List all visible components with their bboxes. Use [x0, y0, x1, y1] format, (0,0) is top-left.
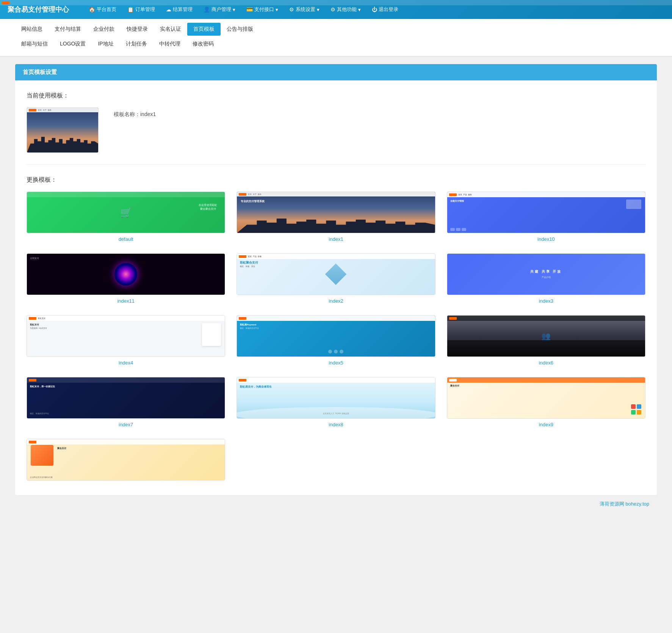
template-label-index2[interactable]: index2	[329, 298, 343, 304]
subnav-home-template[interactable]: 首页模板	[187, 23, 221, 36]
template-nav-links: 首页关于服务	[38, 109, 52, 111]
nav-other[interactable]: ⚙ 其他功能 ▾	[326, 4, 365, 15]
template-subtitle: 稳定、快速、安全	[240, 265, 255, 267]
subnav-notice[interactable]: 公告与排版	[221, 23, 259, 36]
cart-icon: 🛒	[120, 207, 132, 218]
template-item-index11[interactable]: 元明支付 index11	[27, 253, 225, 304]
template-label-index1[interactable]: index1	[329, 236, 343, 242]
template-thumb-extra: 聚合支付 企业商业支付合作解决方案	[27, 439, 225, 481]
template-title: 彩虹易支付，为商业者而生	[240, 385, 272, 389]
watermark: 薄荷资源网 bohezy.top	[15, 495, 657, 509]
template-title-text: 彩虹易Payment	[240, 323, 256, 327]
nav-sysconfig[interactable]: ⚙ 系统设置 ▾	[285, 4, 324, 15]
current-template-name: 模板名称：index1	[114, 111, 156, 117]
template-label-index3[interactable]: index3	[539, 298, 553, 304]
gear-icon: ⚙	[289, 6, 294, 13]
nav-merchant[interactable]: 👤 商户管理 ▾	[199, 4, 240, 15]
share-text: 共建 共享 开放	[530, 269, 562, 274]
subnav-email-sms[interactable]: 邮箱与短信	[15, 38, 54, 50]
subnav-change-pwd[interactable]: 修改密码	[186, 38, 220, 50]
template-item-index8[interactable]: 彩虹易支付，为商业者而生 全支持无人工 7X24H 在线运营 index8	[237, 377, 435, 427]
template-logo	[239, 255, 246, 258]
subnav-ip[interactable]: IP地址	[92, 38, 119, 50]
template-item-index10[interactable]: 首页产品服务 全能支付情报	[447, 192, 645, 242]
template-label-index8[interactable]: index8	[329, 422, 343, 427]
chevron-down-icon: ▾	[317, 7, 320, 13]
template-thumb-index9: 聚合支付	[447, 377, 645, 419]
subnav-quick-login[interactable]: 快捷登录	[121, 23, 154, 36]
promo-text: 在这里使用彩虹聚合聚合支付	[199, 203, 217, 211]
subnav-real-name[interactable]: 实名认证	[154, 23, 187, 36]
template-item-index1[interactable]: 首页关于服务 专业的支付管理系统 index1	[237, 192, 435, 242]
change-template-section: 更换模板： 🛒 在这里使用彩虹聚合聚合支付 default	[27, 176, 645, 484]
template-logo	[239, 317, 246, 320]
subnav-pay-settle[interactable]: 支付与结算	[49, 23, 87, 36]
template-label-index6[interactable]: index6	[539, 360, 553, 366]
template-icons	[237, 350, 435, 353]
template-item-index4[interactable]: 彩虹支付 彩虹支付 为您提供一站式支付 index4	[27, 315, 225, 366]
template-item-index7[interactable]: 彩虹支付，用一次就记住 稳定、快速的支付平台 index7	[27, 377, 225, 427]
template-footer-text: 全支持无人工 7X24H 在线运营	[237, 412, 435, 415]
template-thumb-index3: 共建 共享 开放 产品介绍	[447, 253, 645, 295]
template-item-index3[interactable]: 共建 共享 开放 产品介绍 index3	[447, 253, 645, 304]
content-panel: 首页模板设置 当前使用模板： 首页关于服务	[15, 64, 657, 495]
chevron-down-icon: ▾	[233, 7, 235, 13]
subnav-transfer[interactable]: 中转代理	[153, 38, 186, 50]
photo-silhouettes: 👥	[541, 331, 551, 341]
template-label-index5[interactable]: index5	[329, 360, 343, 366]
template-label-default[interactable]: default	[119, 236, 133, 242]
card-graphic	[202, 323, 221, 346]
nav-logout[interactable]: ⏻ 退出登录	[367, 4, 403, 15]
template-label-index7[interactable]: index7	[119, 422, 133, 427]
template-logo	[29, 379, 36, 382]
subnav-site-info[interactable]: 网站信息	[15, 23, 49, 36]
nav-settlement[interactable]: ☁ 结算管理	[161, 4, 197, 15]
template-grid: 🛒 在这里使用彩虹聚合聚合支付 default	[27, 192, 645, 427]
site-title: 聚合易支付管理中心	[8, 5, 69, 14]
template-item-default[interactable]: 🛒 在这里使用彩虹聚合聚合支付 default	[27, 192, 225, 242]
template-label-index10[interactable]: index10	[537, 236, 555, 242]
template-thumb-default: 🛒 在这里使用彩虹聚合聚合支付	[27, 192, 225, 233]
payment-icon: 💳	[246, 6, 253, 13]
pay-logo3	[462, 228, 466, 231]
diamond-graphic	[325, 264, 347, 285]
pay-logo2	[456, 228, 461, 231]
current-template-title: 当前使用模板：	[27, 92, 645, 100]
template-item-extra[interactable]: 聚合支付 企业商业支付合作解决方案	[27, 439, 225, 484]
template-links: 彩虹支付	[38, 317, 45, 319]
template-item-index2[interactable]: 首页产品价格 彩虹聚合支付 稳定、快速、安全 index2	[237, 253, 435, 304]
nav-payment[interactable]: 💳 支付接口 ▾	[242, 4, 283, 15]
template-thumb-index4: 彩虹支付 彩虹支付 为您提供一站式支付	[27, 315, 225, 357]
template-slogan: 彩虹支付，用一次就记住	[30, 385, 55, 388]
template-label-index9[interactable]: index9	[539, 422, 553, 427]
nav-home[interactable]: 🏠 平台首页	[84, 4, 121, 15]
sub-navigation: 网站信息 支付与结算 企业付款 快捷登录 实名认证 首页模板 公告与排版 邮箱与…	[0, 19, 672, 57]
sub-nav-row1: 网站信息 支付与结算 企业付款 快捷登录 实名认证 首页模板 公告与排版	[15, 23, 657, 36]
pay-logo	[450, 228, 455, 231]
sub-nav-row2: 邮箱与短信 LOGO设置 IP地址 计划任务 中转代理 修改密码	[15, 38, 657, 50]
template-thumb-index5: 彩虹易Payment 稳定、快速的支付平台	[237, 315, 435, 357]
subnav-enterprise[interactable]: 企业付款	[87, 23, 121, 36]
panel-body: 当前使用模板： 首页关于服务	[15, 80, 657, 495]
template-logo	[449, 379, 457, 382]
template-label-index4[interactable]: index4	[119, 360, 133, 366]
subnav-scheduled[interactable]: 计划任务	[120, 38, 153, 50]
template-main-text: 彩虹支付	[30, 323, 39, 327]
chevron-down-icon: ▾	[358, 7, 361, 13]
template-mini-nav	[27, 192, 225, 197]
template-logo	[29, 109, 36, 112]
settlement-icon: ☁	[166, 6, 171, 13]
template-info: 模板名称：index1	[114, 107, 156, 118]
subnav-logo[interactable]: LOGO设置	[54, 38, 92, 50]
template-slogan: 彩虹聚合支付	[240, 261, 258, 265]
template-title-text: 元明支付	[30, 257, 39, 260]
template-item-index6[interactable]: 👥 index6	[447, 315, 645, 366]
template-item-index9[interactable]: 聚合支付 index9	[447, 377, 645, 427]
main-content: 首页模板设置 当前使用模板： 首页关于服务	[0, 57, 672, 633]
current-template-section: 首页关于服务 模板名称：index1	[27, 107, 645, 165]
template-label-index11[interactable]: index11	[117, 298, 135, 304]
template-logo	[449, 193, 457, 196]
template-item-index5[interactable]: 彩虹易Payment 稳定、快速的支付平台 index5	[237, 315, 435, 366]
template-links: 首页产品服务	[458, 193, 472, 196]
nav-orders[interactable]: 📋 订单管理	[123, 4, 160, 15]
